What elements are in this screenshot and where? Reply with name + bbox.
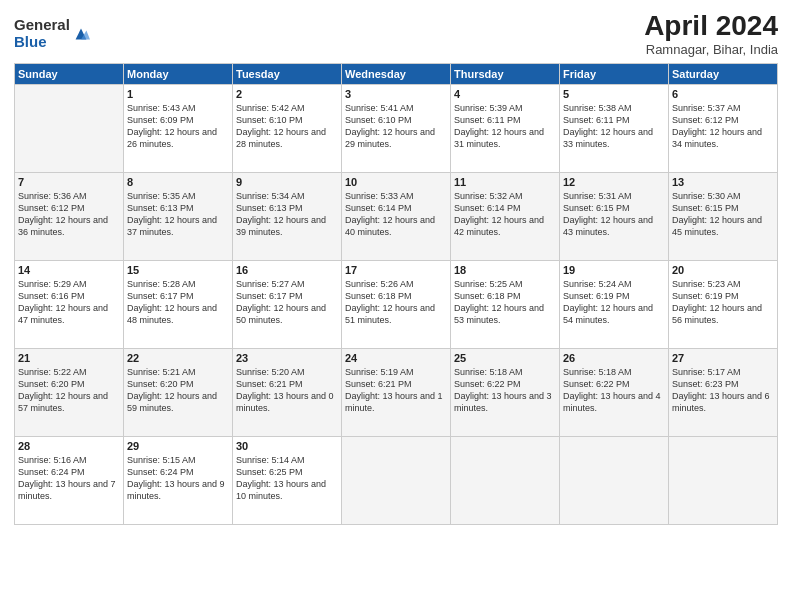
- calendar-cell: 25Sunrise: 5:18 AM Sunset: 6:22 PM Dayli…: [451, 349, 560, 437]
- weekday-header: Saturday: [669, 64, 778, 85]
- day-number: 24: [345, 352, 447, 364]
- day-number: 4: [454, 88, 556, 100]
- cell-content: Sunrise: 5:43 AM Sunset: 6:09 PM Dayligh…: [127, 102, 229, 151]
- calendar-cell: 2Sunrise: 5:42 AM Sunset: 6:10 PM Daylig…: [233, 85, 342, 173]
- calendar-cell: 19Sunrise: 5:24 AM Sunset: 6:19 PM Dayli…: [560, 261, 669, 349]
- day-number: 22: [127, 352, 229, 364]
- day-number: 25: [454, 352, 556, 364]
- day-number: 23: [236, 352, 338, 364]
- cell-content: Sunrise: 5:31 AM Sunset: 6:15 PM Dayligh…: [563, 190, 665, 239]
- header: General Blue April 2024 Ramnagar, Bihar,…: [14, 10, 778, 57]
- cell-content: Sunrise: 5:36 AM Sunset: 6:12 PM Dayligh…: [18, 190, 120, 239]
- calendar-cell: 18Sunrise: 5:25 AM Sunset: 6:18 PM Dayli…: [451, 261, 560, 349]
- cell-content: Sunrise: 5:32 AM Sunset: 6:14 PM Dayligh…: [454, 190, 556, 239]
- cell-content: Sunrise: 5:39 AM Sunset: 6:11 PM Dayligh…: [454, 102, 556, 151]
- calendar-page: General Blue April 2024 Ramnagar, Bihar,…: [0, 0, 792, 612]
- calendar-cell: 17Sunrise: 5:26 AM Sunset: 6:18 PM Dayli…: [342, 261, 451, 349]
- title-block: April 2024 Ramnagar, Bihar, India: [644, 10, 778, 57]
- month-title: April 2024: [644, 10, 778, 42]
- calendar-cell: 14Sunrise: 5:29 AM Sunset: 6:16 PM Dayli…: [15, 261, 124, 349]
- weekday-header: Friday: [560, 64, 669, 85]
- calendar-week-row: 21Sunrise: 5:22 AM Sunset: 6:20 PM Dayli…: [15, 349, 778, 437]
- weekday-header: Wednesday: [342, 64, 451, 85]
- calendar-cell: 8Sunrise: 5:35 AM Sunset: 6:13 PM Daylig…: [124, 173, 233, 261]
- day-number: 7: [18, 176, 120, 188]
- calendar-cell: 13Sunrise: 5:30 AM Sunset: 6:15 PM Dayli…: [669, 173, 778, 261]
- logo-general: General: [14, 17, 70, 34]
- calendar-week-row: 14Sunrise: 5:29 AM Sunset: 6:16 PM Dayli…: [15, 261, 778, 349]
- day-number: 1: [127, 88, 229, 100]
- day-number: 16: [236, 264, 338, 276]
- cell-content: Sunrise: 5:37 AM Sunset: 6:12 PM Dayligh…: [672, 102, 774, 151]
- day-number: 8: [127, 176, 229, 188]
- day-number: 6: [672, 88, 774, 100]
- cell-content: Sunrise: 5:27 AM Sunset: 6:17 PM Dayligh…: [236, 278, 338, 327]
- cell-content: Sunrise: 5:29 AM Sunset: 6:16 PM Dayligh…: [18, 278, 120, 327]
- day-number: 30: [236, 440, 338, 452]
- cell-content: Sunrise: 5:42 AM Sunset: 6:10 PM Dayligh…: [236, 102, 338, 151]
- calendar-cell: 23Sunrise: 5:20 AM Sunset: 6:21 PM Dayli…: [233, 349, 342, 437]
- day-number: 3: [345, 88, 447, 100]
- calendar-cell: 1Sunrise: 5:43 AM Sunset: 6:09 PM Daylig…: [124, 85, 233, 173]
- day-number: 18: [454, 264, 556, 276]
- calendar-cell: 16Sunrise: 5:27 AM Sunset: 6:17 PM Dayli…: [233, 261, 342, 349]
- cell-content: Sunrise: 5:14 AM Sunset: 6:25 PM Dayligh…: [236, 454, 338, 503]
- weekday-header: Thursday: [451, 64, 560, 85]
- calendar-cell: 12Sunrise: 5:31 AM Sunset: 6:15 PM Dayli…: [560, 173, 669, 261]
- cell-content: Sunrise: 5:22 AM Sunset: 6:20 PM Dayligh…: [18, 366, 120, 415]
- cell-content: Sunrise: 5:25 AM Sunset: 6:18 PM Dayligh…: [454, 278, 556, 327]
- cell-content: Sunrise: 5:28 AM Sunset: 6:17 PM Dayligh…: [127, 278, 229, 327]
- day-number: 9: [236, 176, 338, 188]
- day-number: 20: [672, 264, 774, 276]
- calendar-cell: 3Sunrise: 5:41 AM Sunset: 6:10 PM Daylig…: [342, 85, 451, 173]
- day-number: 11: [454, 176, 556, 188]
- cell-content: Sunrise: 5:24 AM Sunset: 6:19 PM Dayligh…: [563, 278, 665, 327]
- calendar-cell: 15Sunrise: 5:28 AM Sunset: 6:17 PM Dayli…: [124, 261, 233, 349]
- cell-content: Sunrise: 5:30 AM Sunset: 6:15 PM Dayligh…: [672, 190, 774, 239]
- calendar-week-row: 28Sunrise: 5:16 AM Sunset: 6:24 PM Dayli…: [15, 437, 778, 525]
- cell-content: Sunrise: 5:21 AM Sunset: 6:20 PM Dayligh…: [127, 366, 229, 415]
- day-number: 19: [563, 264, 665, 276]
- cell-content: Sunrise: 5:38 AM Sunset: 6:11 PM Dayligh…: [563, 102, 665, 151]
- cell-content: Sunrise: 5:18 AM Sunset: 6:22 PM Dayligh…: [454, 366, 556, 415]
- calendar-cell: 20Sunrise: 5:23 AM Sunset: 6:19 PM Dayli…: [669, 261, 778, 349]
- calendar-cell: 4Sunrise: 5:39 AM Sunset: 6:11 PM Daylig…: [451, 85, 560, 173]
- calendar-cell: 29Sunrise: 5:15 AM Sunset: 6:24 PM Dayli…: [124, 437, 233, 525]
- day-number: 28: [18, 440, 120, 452]
- calendar-cell: 24Sunrise: 5:19 AM Sunset: 6:21 PM Dayli…: [342, 349, 451, 437]
- calendar-cell: [15, 85, 124, 173]
- day-number: 17: [345, 264, 447, 276]
- day-number: 26: [563, 352, 665, 364]
- calendar-cell: 6Sunrise: 5:37 AM Sunset: 6:12 PM Daylig…: [669, 85, 778, 173]
- day-number: 21: [18, 352, 120, 364]
- calendar-cell: 26Sunrise: 5:18 AM Sunset: 6:22 PM Dayli…: [560, 349, 669, 437]
- cell-content: Sunrise: 5:23 AM Sunset: 6:19 PM Dayligh…: [672, 278, 774, 327]
- calendar-cell: 5Sunrise: 5:38 AM Sunset: 6:11 PM Daylig…: [560, 85, 669, 173]
- cell-content: Sunrise: 5:18 AM Sunset: 6:22 PM Dayligh…: [563, 366, 665, 415]
- calendar-cell: [669, 437, 778, 525]
- calendar-week-row: 7Sunrise: 5:36 AM Sunset: 6:12 PM Daylig…: [15, 173, 778, 261]
- calendar-cell: 11Sunrise: 5:32 AM Sunset: 6:14 PM Dayli…: [451, 173, 560, 261]
- logo: General Blue: [14, 17, 90, 50]
- calendar-cell: 27Sunrise: 5:17 AM Sunset: 6:23 PM Dayli…: [669, 349, 778, 437]
- weekday-header-row: SundayMondayTuesdayWednesdayThursdayFrid…: [15, 64, 778, 85]
- cell-content: Sunrise: 5:20 AM Sunset: 6:21 PM Dayligh…: [236, 366, 338, 415]
- location: Ramnagar, Bihar, India: [644, 42, 778, 57]
- logo-icon: [72, 25, 90, 43]
- day-number: 12: [563, 176, 665, 188]
- weekday-header: Sunday: [15, 64, 124, 85]
- cell-content: Sunrise: 5:15 AM Sunset: 6:24 PM Dayligh…: [127, 454, 229, 503]
- cell-content: Sunrise: 5:35 AM Sunset: 6:13 PM Dayligh…: [127, 190, 229, 239]
- day-number: 2: [236, 88, 338, 100]
- calendar-week-row: 1Sunrise: 5:43 AM Sunset: 6:09 PM Daylig…: [15, 85, 778, 173]
- calendar-cell: 10Sunrise: 5:33 AM Sunset: 6:14 PM Dayli…: [342, 173, 451, 261]
- calendar-table: SundayMondayTuesdayWednesdayThursdayFrid…: [14, 63, 778, 525]
- calendar-cell: [451, 437, 560, 525]
- calendar-cell: 21Sunrise: 5:22 AM Sunset: 6:20 PM Dayli…: [15, 349, 124, 437]
- weekday-header: Monday: [124, 64, 233, 85]
- calendar-cell: [342, 437, 451, 525]
- cell-content: Sunrise: 5:16 AM Sunset: 6:24 PM Dayligh…: [18, 454, 120, 503]
- calendar-cell: 22Sunrise: 5:21 AM Sunset: 6:20 PM Dayli…: [124, 349, 233, 437]
- calendar-cell: [560, 437, 669, 525]
- weekday-header: Tuesday: [233, 64, 342, 85]
